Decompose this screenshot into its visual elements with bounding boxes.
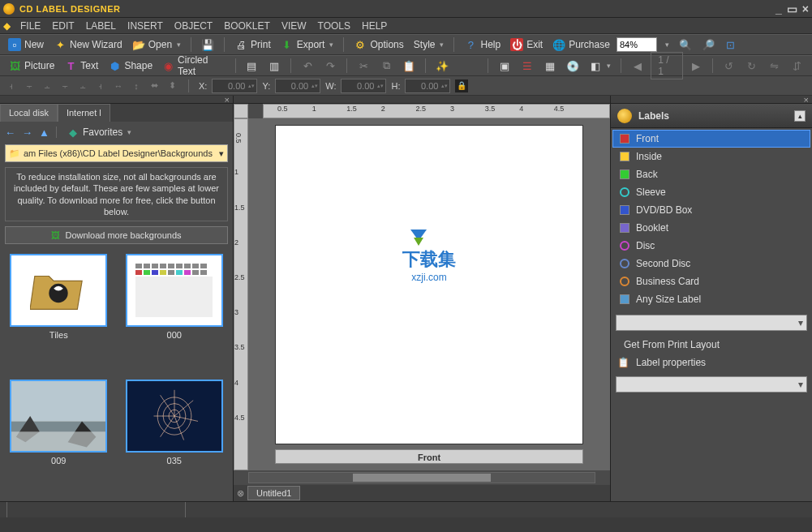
- maximize-button[interactable]: ▭: [787, 2, 797, 15]
- menu-view[interactable]: View: [277, 19, 311, 33]
- thumb-035[interactable]: 035: [121, 380, 229, 496]
- new-wizard-button[interactable]: ✦New Wizard: [50, 36, 126, 53]
- prev-page-button[interactable]: ◀: [628, 58, 647, 74]
- options-button[interactable]: ⚙Options: [350, 36, 406, 53]
- tab-internet[interactable]: Internet l: [58, 104, 110, 122]
- label-item-second-disc[interactable]: Second Disc: [612, 255, 810, 272]
- circled-text-button[interactable]: ◉Circled Text: [159, 53, 228, 79]
- new-button[interactable]: ▫New: [5, 36, 47, 53]
- zoom-fit-button[interactable]: ⊡: [721, 36, 741, 53]
- doc-close-icon[interactable]: ⊗: [237, 488, 244, 499]
- nav-back-button[interactable]: ←: [5, 127, 15, 139]
- thumb-tiles[interactable]: Tiles: [5, 254, 113, 371]
- paste-button[interactable]: 📋: [399, 58, 419, 74]
- view-mode-button[interactable]: ◧: [586, 58, 614, 74]
- label-page[interactable]: 下载集 xzji.com: [275, 125, 583, 444]
- zoom-field[interactable]: 84%: [617, 37, 657, 52]
- right-panel-close-icon[interactable]: ×: [804, 95, 809, 105]
- favorites-button[interactable]: ◆Favorites: [63, 124, 135, 140]
- panel-close-icon[interactable]: ×: [225, 95, 230, 105]
- thumb-009[interactable]: 009: [5, 380, 113, 496]
- label-item-booklet[interactable]: Booklet: [612, 219, 810, 237]
- label-item-disc[interactable]: Disc: [612, 237, 810, 255]
- zoom-out-button[interactable]: 🔎: [698, 36, 718, 53]
- help-button[interactable]: ?Help: [461, 36, 504, 53]
- label-item-any-size-label[interactable]: Any Size Label: [612, 290, 810, 308]
- menu-insert[interactable]: Insert: [122, 19, 168, 33]
- label-item-inside[interactable]: Inside: [612, 148, 810, 165]
- get-from-layout-button[interactable]: Get From Print Layout: [611, 336, 812, 354]
- list-button[interactable]: ▤: [242, 58, 261, 74]
- flip-v-button[interactable]: ⇵: [788, 58, 807, 74]
- print-button[interactable]: 🖨Print: [231, 36, 274, 53]
- thumbnail-grid: Tiles 000 009 035: [0, 249, 233, 501]
- exit-button[interactable]: ⏻Exit: [507, 36, 546, 53]
- x-input[interactable]: 0.00: [212, 79, 257, 93]
- label-props-dropdown[interactable]: ▾: [616, 376, 807, 393]
- y-input[interactable]: 0.00: [275, 79, 320, 93]
- layer-front-button[interactable]: ▣: [495, 58, 514, 74]
- tab-local-disk[interactable]: Local disk: [0, 104, 58, 122]
- layer-list-button[interactable]: ☰: [518, 58, 537, 74]
- label-properties-button[interactable]: 📋 Label properties: [611, 354, 812, 371]
- doc-tab-untitled[interactable]: Untitled1: [247, 486, 300, 500]
- rotate-left-button[interactable]: ↺: [720, 58, 739, 74]
- style-button[interactable]: Style: [410, 37, 448, 52]
- lock-aspect-button[interactable]: 🔒: [455, 79, 468, 92]
- label-color-swatch: [620, 187, 629, 197]
- minimize-button[interactable]: _: [775, 2, 782, 15]
- redo-icon: ↷: [324, 59, 337, 72]
- labels-header: Labels ▴: [611, 104, 812, 128]
- left-panel: × Local disk Internet l ← → ▲ ◆Favorites…: [0, 96, 234, 501]
- h-input[interactable]: 0.00: [405, 79, 450, 93]
- svg-rect-19: [192, 270, 199, 275]
- menu-tools[interactable]: Tools: [313, 19, 355, 33]
- layer-grid-button[interactable]: ▦: [540, 58, 560, 74]
- collapse-button[interactable]: ▴: [794, 110, 806, 122]
- export-button[interactable]: ⬇Export: [277, 36, 337, 53]
- close-button[interactable]: ×: [802, 2, 809, 15]
- menu-booklet[interactable]: Booklet: [219, 19, 275, 33]
- rotate-right-button[interactable]: ↻: [742, 58, 762, 74]
- label-preset-dropdown[interactable]: ▾: [616, 315, 807, 331]
- label-item-business-card[interactable]: Business Card: [612, 272, 810, 290]
- label-item-dvd-bd-box[interactable]: DVD/BD Box: [612, 201, 810, 219]
- next-page-button[interactable]: ▶: [686, 58, 706, 74]
- nav-fwd-button[interactable]: →: [22, 127, 32, 139]
- path-dropdown-icon[interactable]: ▾: [219, 148, 224, 159]
- shape-button[interactable]: ⬢Shape: [105, 58, 156, 74]
- menu-label[interactable]: Label: [81, 19, 121, 33]
- path-field[interactable]: 📁 am Files (x86)\CD Label Designer\Backg…: [5, 144, 228, 162]
- zoom-in-button[interactable]: 🔍: [676, 36, 695, 53]
- undo-button[interactable]: ↶: [298, 58, 317, 74]
- menu-file[interactable]: File: [15, 19, 45, 33]
- barcode-button[interactable]: ▥: [264, 58, 284, 74]
- save-button[interactable]: 💾: [198, 36, 217, 53]
- label-item-sleeve[interactable]: Sleeve: [612, 183, 810, 201]
- label-item-text: Business Card: [636, 276, 699, 287]
- cut-button[interactable]: ✂: [354, 58, 373, 74]
- thumb-000[interactable]: 000: [121, 254, 229, 371]
- copy-button[interactable]: ⧉: [376, 58, 396, 74]
- flip-h-button[interactable]: ⇋: [765, 58, 784, 74]
- label-item-back[interactable]: Back: [612, 165, 810, 183]
- effects-button[interactable]: ✨: [432, 58, 452, 74]
- redo-button[interactable]: ↷: [320, 58, 340, 74]
- label-item-front[interactable]: Front: [612, 130, 810, 148]
- zoom-dropdown[interactable]: [660, 39, 672, 50]
- canvas-area[interactable]: 下载集 xzji.com Front: [248, 118, 610, 470]
- menu-help[interactable]: Help: [357, 19, 392, 33]
- purchase-button[interactable]: 🌐Purchase: [549, 36, 613, 53]
- nav-up-button[interactable]: ▲: [39, 127, 49, 139]
- text-button[interactable]: TText: [61, 58, 101, 74]
- toolbar-insert: 🖼Picture TText ⬢Shape ◉Circled Text ▤ ▥ …: [0, 55, 812, 76]
- options-icon: ⚙: [354, 38, 367, 51]
- menu-object[interactable]: Object: [170, 19, 217, 33]
- disc-button[interactable]: 💿: [563, 58, 582, 74]
- menu-edit[interactable]: Edit: [47, 19, 79, 33]
- download-backgrounds-button[interactable]: 🖼 Download more backgrounds: [5, 226, 228, 244]
- picture-button[interactable]: 🖼Picture: [5, 58, 58, 74]
- open-button[interactable]: 📂Open: [129, 36, 184, 53]
- w-input[interactable]: 0.00: [341, 79, 386, 93]
- h-scrollbar[interactable]: [248, 472, 595, 483]
